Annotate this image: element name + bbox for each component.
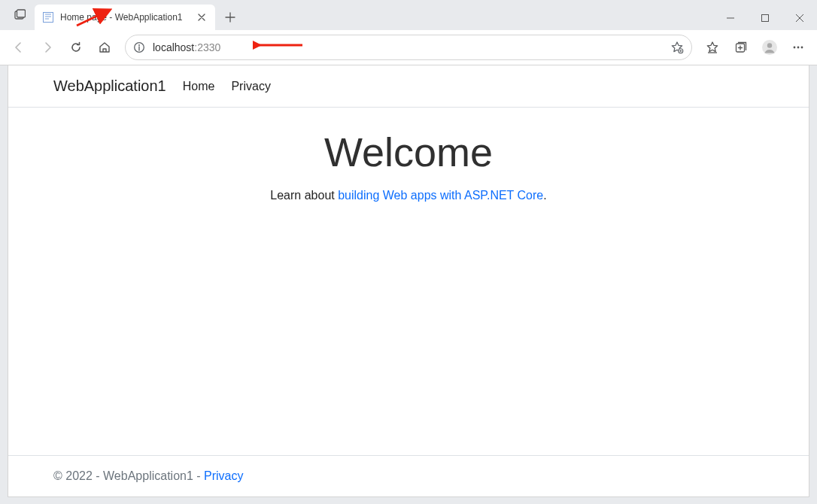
tab-title: Home page - WebApplication1 xyxy=(60,12,190,23)
brand-link[interactable]: WebApplication1 xyxy=(53,77,166,95)
viewport: WebApplication1 Home Privacy Welcome Lea… xyxy=(0,65,817,504)
window-maximize-button[interactable] xyxy=(748,6,782,30)
nav-link-privacy[interactable]: Privacy xyxy=(231,80,270,93)
svg-rect-3 xyxy=(762,15,769,22)
svg-point-12 xyxy=(801,47,803,49)
nav-back-button[interactable] xyxy=(6,35,32,60)
window-minimize-button[interactable] xyxy=(713,6,748,30)
hero-lead-link[interactable]: building Web apps with ASP.NET Core xyxy=(338,189,543,202)
svg-point-11 xyxy=(797,47,800,49)
page-body: WebApplication1 Home Privacy Welcome Lea… xyxy=(8,65,809,497)
url-text: localhost:2330 xyxy=(153,41,663,53)
browser-tab-active[interactable]: Home page - WebApplication1 xyxy=(35,5,215,30)
svg-point-10 xyxy=(794,47,796,49)
footer-text: © 2022 - WebApplication1 - xyxy=(53,469,204,482)
footer-privacy-link[interactable]: Privacy xyxy=(204,469,243,482)
site-navbar: WebApplication1 Home Privacy xyxy=(8,65,809,108)
window-controls xyxy=(713,6,817,30)
favorites-list-icon[interactable] xyxy=(700,35,725,60)
svg-point-5 xyxy=(138,44,140,46)
nav-forward-button[interactable] xyxy=(35,35,60,60)
tabs-overview-button[interactable] xyxy=(8,3,32,27)
refresh-button[interactable] xyxy=(63,35,89,60)
collections-icon[interactable] xyxy=(728,35,754,60)
hero: Welcome Learn about building Web apps wi… xyxy=(8,108,809,202)
hero-lead-suffix: . xyxy=(543,189,546,202)
svg-rect-1 xyxy=(17,10,26,17)
home-button[interactable] xyxy=(92,35,117,60)
site-footer: © 2022 - WebApplication1 - Privacy xyxy=(8,455,809,496)
hero-lead-prefix: Learn about xyxy=(270,189,338,202)
more-menu-icon[interactable] xyxy=(785,35,811,60)
browser-toolbar: localhost:2330 xyxy=(0,30,817,65)
profile-avatar[interactable] xyxy=(757,35,782,60)
favorite-star-icon[interactable] xyxy=(670,41,684,54)
window-close-button[interactable] xyxy=(782,6,817,30)
favicon-icon xyxy=(42,11,54,23)
hero-lead: Learn about building Web apps with ASP.N… xyxy=(23,189,794,202)
browser-chrome: Home page - WebApplication1 xyxy=(0,0,817,65)
svg-point-9 xyxy=(767,43,772,47)
tab-close-button[interactable] xyxy=(196,11,208,23)
new-tab-button[interactable] xyxy=(218,5,242,29)
hero-heading: Welcome xyxy=(23,129,794,175)
nav-link-home[interactable]: Home xyxy=(183,80,215,93)
site-info-icon[interactable] xyxy=(133,41,145,53)
tab-bar: Home page - WebApplication1 xyxy=(0,0,817,30)
address-bar[interactable]: localhost:2330 xyxy=(125,35,692,60)
